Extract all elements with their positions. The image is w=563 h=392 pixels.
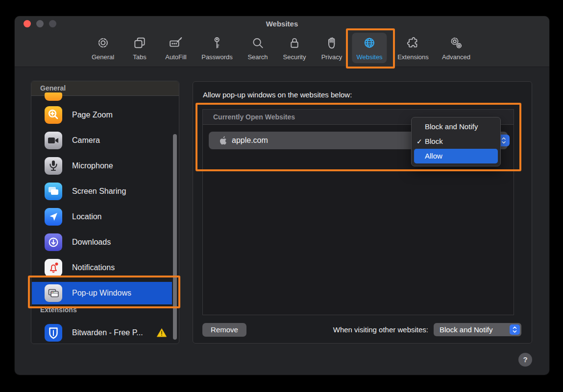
menu-item-allow[interactable]: Allow xyxy=(414,149,498,163)
tab-advanced[interactable]: Advanced xyxy=(438,33,475,63)
tab-label: Extensions xyxy=(397,53,429,61)
tab-label: Privacy xyxy=(321,53,343,61)
tab-autofill[interactable]: AutoFill xyxy=(161,33,191,63)
tab-security[interactable]: Security xyxy=(279,33,311,63)
tab-label: Search xyxy=(247,53,268,61)
remove-button[interactable]: Remove xyxy=(202,323,246,337)
sidebar-item-label: Microphone xyxy=(72,161,113,170)
sidebar-section-extensions: Extensions xyxy=(40,306,77,314)
tab-extensions[interactable]: Extensions xyxy=(393,33,433,63)
titlebar-toolbar: Websites General Tabs AutoFill Passwords… xyxy=(15,16,549,67)
table-header-label: Currently Open Websites xyxy=(213,110,295,124)
sidebar-item-bitwarden[interactable]: Bitwarden - Free P... xyxy=(32,322,172,344)
sidebar-item-label: Location xyxy=(72,212,102,221)
menu-item-block-and-notify[interactable]: Block and Notify xyxy=(414,119,498,134)
popup-windows-icon xyxy=(45,284,62,302)
bitwarden-icon xyxy=(45,324,62,342)
sidebar-item-notifications[interactable]: Notifications xyxy=(32,256,172,279)
autofill-icon xyxy=(168,35,183,52)
key-icon xyxy=(209,35,224,52)
tab-passwords[interactable]: Passwords xyxy=(197,33,237,63)
gear-icon xyxy=(96,35,111,52)
site-label: apple.com xyxy=(232,136,268,145)
location-icon xyxy=(45,208,62,226)
sidebar-item-label: Pop-up Windows xyxy=(72,289,131,298)
notifications-icon xyxy=(45,259,62,277)
tab-search[interactable]: Search xyxy=(243,33,272,63)
page-zoom-icon xyxy=(45,106,62,124)
menu-item-label: Allow xyxy=(425,152,442,160)
sidebar-item-label: Notifications xyxy=(72,263,115,272)
window-title: Websites xyxy=(15,20,549,28)
warning-icon xyxy=(156,328,167,338)
sidebar-item-label: Bitwarden - Free P... xyxy=(72,328,143,337)
camera-icon xyxy=(45,132,62,149)
sidebar-item-popup-windows[interactable]: Pop-up Windows xyxy=(32,282,172,304)
sidebar-item-location[interactable]: Location xyxy=(32,206,172,228)
sidebar-item-downloads[interactable]: Downloads xyxy=(32,231,172,254)
tab-label: Websites xyxy=(356,53,382,61)
tab-label: Security xyxy=(283,53,306,61)
sidebar: General Page Zoom Camera Microphone xyxy=(31,81,179,344)
tab-label: Advanced xyxy=(442,53,470,61)
apple-icon xyxy=(219,136,227,145)
gears-icon xyxy=(448,35,464,52)
menu-item-label: Block xyxy=(425,137,443,145)
when-visiting-label: When visiting other websites: xyxy=(333,325,428,334)
tab-privacy[interactable]: Privacy xyxy=(317,33,347,63)
tabs-icon xyxy=(132,35,147,52)
microphone-icon xyxy=(45,157,62,175)
sidebar-item-label: Camera xyxy=(72,136,100,145)
default-policy-popup[interactable]: Block and Notify xyxy=(434,323,521,336)
policy-value: Block and Notify xyxy=(440,325,492,334)
sidebar-item-label: Downloads xyxy=(72,238,111,247)
help-button[interactable]: ? xyxy=(518,353,532,367)
page-heading: Allow pop-up windows on the websites bel… xyxy=(203,91,352,99)
policy-context-menu: Block and Notify ✓ Block Allow xyxy=(411,117,501,166)
sidebar-item-label: Page Zoom xyxy=(72,111,113,119)
tab-general[interactable]: General xyxy=(87,33,119,63)
menu-item-block[interactable]: ✓ Block xyxy=(414,134,498,149)
tab-label: Tabs xyxy=(133,53,146,61)
screen-sharing-icon xyxy=(45,183,62,200)
sidebar-item-microphone[interactable]: Microphone xyxy=(32,155,172,177)
tab-websites[interactable]: Websites xyxy=(352,33,387,63)
sidebar-item-label: Screen Sharing xyxy=(72,187,126,196)
partial-item-icon xyxy=(45,92,62,101)
downloads-icon xyxy=(45,233,62,251)
tab-label: AutoFill xyxy=(165,53,186,61)
sidebar-scrollbar-thumb[interactable] xyxy=(173,134,177,340)
sidebar-item-screen-sharing[interactable]: Screen Sharing xyxy=(32,180,172,203)
chevron-up-down-icon xyxy=(510,324,520,335)
tab-label: General xyxy=(92,53,114,61)
sidebar-item-camera[interactable]: Camera xyxy=(32,129,172,152)
tab-label: Passwords xyxy=(201,53,233,61)
lock-icon xyxy=(287,35,302,52)
globe-icon xyxy=(362,35,377,52)
checkmark-icon: ✓ xyxy=(416,134,422,149)
tab-tabs[interactable]: Tabs xyxy=(128,33,152,63)
puzzle-icon xyxy=(406,35,421,52)
menu-item-label: Block and Notify xyxy=(425,122,478,131)
search-icon xyxy=(250,35,265,52)
hand-icon xyxy=(324,35,340,52)
sidebar-item-page-zoom[interactable]: Page Zoom xyxy=(32,104,172,126)
preferences-window: Websites General Tabs AutoFill Passwords… xyxy=(15,16,549,375)
